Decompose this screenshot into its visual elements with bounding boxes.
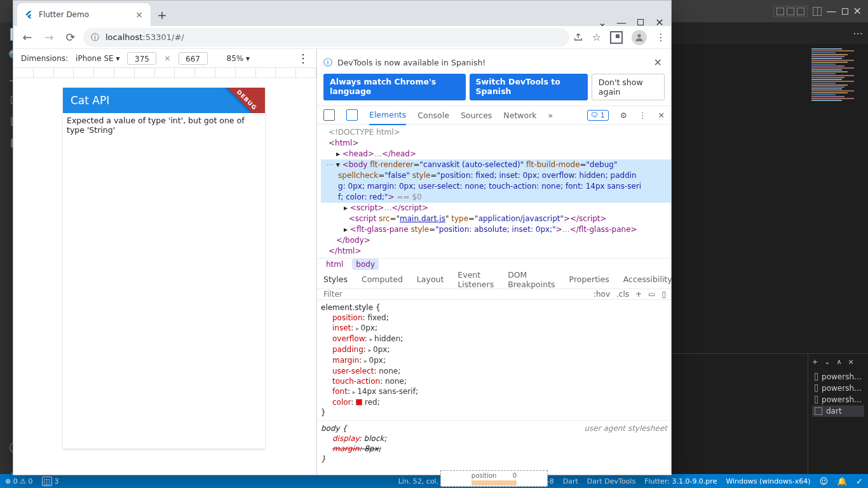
zoom-select[interactable]: 85% [227,54,250,63]
status-bell-icon[interactable]: 🔔 [837,477,847,486]
switch-devtools-lang-button[interactable]: Switch DevTools to Spanish [470,74,588,100]
device-more-icon[interactable]: ⋮ [297,51,309,65]
crumb-html[interactable]: html [322,259,347,270]
subtab-accessibility[interactable]: Accessibility [623,274,672,284]
language-banner: ⓘ DevTools is now available in Spanish! … [317,49,671,74]
tab-strip: Flutter Demo × + ⌄ — ✕ [13,1,671,26]
status-devices[interactable]: ◫ 3 [42,477,59,485]
info-icon: ⓘ [323,57,332,69]
terminal-list: + ⌄ ∧ × powersh…powersh…powersh…dart [808,354,868,474]
chrome-menu-icon[interactable]: ⋮ [656,31,666,43]
device-height-input[interactable]: 667 [179,52,208,65]
banner-close-icon[interactable]: ✕ [651,54,665,71]
tab-sources[interactable]: Sources [461,106,492,125]
tab-flutter-demo[interactable]: Flutter Demo × [17,3,151,26]
forward-button: → [40,29,58,46]
minimap[interactable] [808,48,868,361]
subtab-event-listeners[interactable]: Event Listeners [458,270,494,289]
back-button[interactable]: ← [18,29,36,46]
terminal-item[interactable]: dart [812,405,864,417]
editor-more-icon[interactable]: ⋯ [853,27,868,39]
ruler [13,68,316,78]
share-icon[interactable] [573,32,583,43]
cls-toggle[interactable]: .cls [616,290,629,299]
tab-close-icon[interactable]: × [134,8,144,21]
dont-show-again-button[interactable]: Don't show again [592,74,665,100]
panel-max-icon[interactable]: ∧ [836,358,841,366]
tabs-overflow-icon[interactable]: » [548,111,553,120]
computed-panel-icon[interactable]: ▭ [648,290,655,299]
settings-icon[interactable]: ⚙ [620,111,627,120]
layout-group-icon[interactable] [813,7,822,16]
add-rule-icon[interactable]: + [635,290,642,299]
status-errors[interactable]: ⊗ 0 ⚠ 0 [5,477,33,485]
debug-ribbon: DEBUG [224,88,265,113]
device-toggle-icon[interactable] [346,109,358,121]
styles-filter-input[interactable] [322,289,587,299]
device-width-input[interactable]: 375 [127,52,156,65]
breadcrumb: html body [317,258,671,270]
bookmark-icon[interactable]: ☆ [592,31,601,43]
url-host: localhost [105,32,142,42]
dom-tree[interactable]: <!DOCTYPE html><html>▸ <head>…</head>⋯ ▾… [317,125,671,258]
flutter-favicon [24,10,34,20]
tab-network[interactable]: Network [503,106,536,125]
panel-close-icon[interactable]: × [848,358,854,366]
address-bar: ← → ⟳ ⓘ localhost:53301/#/ ☆ ⋮ [13,26,671,49]
device-frame[interactable]: Cat API DEBUG Expected a value of type '… [63,88,265,449]
subtab-properties[interactable]: Properties [569,274,609,284]
maximize-button[interactable] [842,8,848,15]
terminal-item[interactable]: powersh… [812,371,864,383]
devtools-more-icon[interactable]: ⋮ [639,111,647,120]
tab-console[interactable]: Console [417,106,449,125]
profile-avatar[interactable] [632,30,647,45]
subtab-layout[interactable]: Layout [417,274,444,284]
omnibox[interactable]: ⓘ localhost:53301/#/ [83,28,569,47]
box-model[interactable]: position 0 [317,466,671,487]
extension-icon[interactable] [610,31,623,44]
devtools-close-icon[interactable]: ✕ [658,111,665,120]
status-feedback-icon[interactable]: ☺ [820,477,829,486]
device-select[interactable]: iPhone SE [76,54,119,63]
match-chrome-lang-button[interactable]: Always match Chrome's language [323,74,466,100]
reload-button[interactable]: ⟳ [62,29,79,46]
chrome-dropdown-icon[interactable]: ⌄ [599,18,606,26]
layout-icons[interactable] [773,6,808,17]
toggle-sidebar-icon[interactable]: ▯ [661,290,666,299]
terminal-item[interactable]: powersh… [812,394,864,405]
issues-button[interactable]: 🗨 1 [587,110,609,121]
url-path: :53301/#/ [142,32,184,42]
devtools-pane: ⓘ DevTools is now available in Spanish! … [317,49,671,475]
minimize-button[interactable]: — [827,5,837,17]
subtab-styles[interactable]: Styles [323,274,348,284]
style-rule-element[interactable]: element.style { position: fixed;inset: 0… [317,300,671,421]
svg-point-0 [637,34,641,37]
crumb-body[interactable]: body [352,259,379,270]
devtools-header: Elements Console Sources Network » 🗨 1 ⚙… [317,105,671,125]
styles-subtabs: Styles Computed Layout Event Listeners D… [317,270,671,289]
dim-sep: × [164,54,170,63]
close-button[interactable]: ✕ [853,5,862,17]
status-platform[interactable]: Windows (windows-x64) [726,477,810,485]
styles-toolbar: :hov .cls + ▭ ▯ [317,289,671,300]
tab-elements[interactable]: Elements [369,105,406,125]
status-check-icon[interactable]: ✓ [856,477,863,486]
style-rule-body-uas[interactable]: user agent stylesheet body { display: bl… [317,421,671,466]
new-terminal-icon[interactable]: + [812,358,818,366]
new-tab-button[interactable]: + [153,6,171,24]
flutter-appbar: Cat API DEBUG [63,88,265,113]
terminal-item[interactable]: powersh… [812,383,864,394]
inspect-icon[interactable] [323,109,335,121]
subtab-dom-breakpoints[interactable]: DOM Breakpoints [508,270,555,289]
banner-msg: DevTools is now available in Spanish! [337,58,485,67]
device-pane: Dimensions: iPhone SE 375 × 667 85% ⋮ Ca… [13,49,317,475]
chrome-close-button[interactable]: ✕ [656,18,663,26]
chrome-maximize-button[interactable] [637,18,644,26]
subtab-computed[interactable]: Computed [362,274,403,284]
terminal-chevron-icon[interactable]: ⌄ [824,358,830,366]
site-info-icon[interactable]: ⓘ [91,32,99,43]
chrome-minimize-button[interactable]: — [618,18,625,26]
chrome-window: Flutter Demo × + ⌄ — ✕ ← → ⟳ ⓘ localhost… [13,0,672,475]
device-toolbar: Dimensions: iPhone SE 375 × 667 85% ⋮ [13,49,316,68]
hov-toggle[interactable]: :hov [593,290,610,299]
